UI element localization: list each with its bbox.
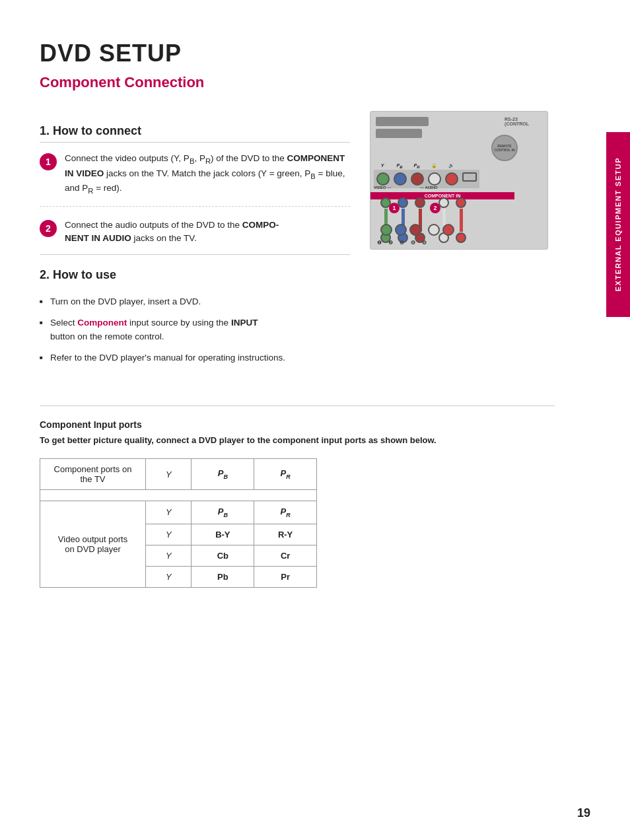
- left-content: 1. How to connect 1 Connect the video ou…: [40, 111, 350, 372]
- bullet-item-3: Refer to the DVD player's manual for ope…: [40, 351, 350, 365]
- tv-port-red: [445, 172, 458, 186]
- step-2-text: Connect the audio outputs of the DVD to …: [65, 219, 279, 246]
- cable-audio-white: [438, 197, 449, 243]
- component-input-desc: To get better picture quality, connect a…: [40, 435, 555, 445]
- table-row3-y: Y: [146, 545, 192, 566]
- bullet-item-2: Select Component input source by using t…: [40, 316, 350, 343]
- table-row4-y: Y: [146, 566, 192, 587]
- dvd-port-pr: [409, 224, 421, 236]
- cable-y-head: [380, 197, 391, 208]
- component-table: Component ports on the TV Y PB PR Video …: [40, 458, 317, 588]
- table-row2-pr: R-Y: [254, 524, 317, 545]
- table-header-pr: PR: [254, 459, 317, 490]
- cable-audio-red-head: [456, 197, 466, 208]
- bullet-list: Turn on the DVD player, insert a DVD. Se…: [40, 295, 350, 365]
- table-row2-pb: B-Y: [192, 524, 254, 545]
- side-tab-label: EXTERNAL EQUIPMENT SETUP: [613, 157, 623, 291]
- tv-port-labels-row: Y PB PR 🔒 🔊: [376, 163, 458, 169]
- tv-port-svideo: [462, 172, 477, 182]
- tv-remote-text: REMOTECONTROL IN: [494, 144, 514, 152]
- table-header-row: Component ports on the TV Y PB PR: [40, 459, 317, 490]
- table-spacer: [40, 490, 317, 501]
- table-row1-pb: PB: [192, 501, 254, 524]
- cable-pb: [398, 197, 408, 243]
- cable-audio-red-end: [456, 232, 466, 243]
- cable-audio-red-body: [460, 209, 463, 232]
- page-title: DVD SETUP: [40, 40, 555, 67]
- subsection-how-to-connect: 1. How to connect: [40, 124, 350, 143]
- table-dvd-label: Video output portson DVD player: [40, 501, 146, 588]
- table-row-1: Video output portson DVD player Y PB PR: [40, 501, 317, 524]
- table-row3-pb: Cb: [192, 545, 254, 566]
- highlight-component: Component: [77, 318, 127, 328]
- dvd-port-red: [442, 224, 454, 236]
- cable-pb-head: [398, 197, 408, 208]
- tv-remote-circle: REMOTECONTROL IN: [491, 135, 518, 161]
- tv-slot-1: [376, 117, 429, 126]
- port-label-lock: 🔒: [427, 163, 440, 169]
- table-header-y: Y: [146, 459, 192, 490]
- tv-port-y: [376, 172, 390, 186]
- rs232-label: RS-23(CONTROL: [505, 117, 529, 126]
- step-1-text: Connect the video outputs (Y, PB, PR) of…: [65, 152, 350, 197]
- bullet-item-1: Turn on the DVD player, insert a DVD.: [40, 295, 350, 308]
- step-2-item: 2 Connect the audio outputs of the DVD t…: [40, 219, 350, 256]
- tv-audio-label: — AUDIO: [420, 186, 438, 190]
- port-label-pb: PB: [393, 163, 406, 169]
- step-1-number: 1: [40, 153, 57, 170]
- cable-audio-white-head: [438, 197, 449, 208]
- tv-slot-2: [376, 129, 422, 138]
- table-row1-pr: PR: [254, 501, 317, 524]
- cable-pr-head: [415, 197, 425, 208]
- port-label-audio: 🔊: [444, 163, 458, 169]
- step-1-item: 1 Connect the video outputs (Y, PB, PR) …: [40, 152, 350, 207]
- dvd-ports-section: [380, 224, 454, 236]
- tv-port-pb: [394, 172, 407, 186]
- dvd-port-y: [380, 224, 392, 236]
- dvd-port-white: [428, 224, 440, 236]
- component-input-section: Component Input ports To get better pict…: [40, 405, 555, 588]
- dvd-num-2: ❷: [388, 240, 393, 246]
- table-row2-y: Y: [146, 524, 192, 545]
- tv-cables-section: [380, 197, 466, 243]
- table-header-pb: PB: [192, 459, 254, 490]
- dvd-port-pb: [395, 224, 407, 236]
- port-label-pr: PR: [410, 163, 423, 169]
- right-content: RS-23(CONTROL REMOTECONTROL IN Y PB PR 🔒…: [370, 111, 555, 372]
- tv-top-slots: [376, 117, 429, 138]
- table-spacer-cell: [40, 490, 317, 501]
- cable-audio-red: [456, 197, 466, 243]
- table-row4-pb: Pb: [192, 566, 254, 587]
- cable-y: [380, 197, 391, 243]
- page-number: 19: [577, 806, 590, 820]
- dvd-num-5: ❾: [422, 240, 427, 246]
- dvd-number-row: ❶ ❷ ❷ ❻ ❾: [377, 240, 427, 246]
- table-row3-pr: Cr: [254, 545, 317, 566]
- dvd-num-1: ❶: [377, 240, 382, 246]
- dvd-num-3: ❷: [400, 240, 404, 246]
- dvd-num-4: ❻: [411, 240, 415, 246]
- section-title: Component Connection: [40, 74, 555, 91]
- tv-port-pr: [411, 172, 424, 186]
- table-header-label: Component ports on the TV: [40, 459, 146, 490]
- table-row4-pr: Pr: [254, 566, 317, 587]
- table-row1-y: Y: [146, 501, 192, 524]
- tv-port-white: [428, 172, 441, 186]
- subsection-how-to-use: 2. How to use: [40, 268, 350, 286]
- tv-video-label: VIDEO —: [374, 186, 391, 190]
- port-label-y: Y: [376, 163, 389, 169]
- step-2-number: 2: [40, 220, 57, 237]
- cable-pr: [415, 197, 425, 243]
- component-input-title: Component Input ports: [40, 419, 555, 430]
- tv-illustration: RS-23(CONTROL REMOTECONTROL IN Y PB PR 🔒…: [370, 111, 548, 250]
- side-tab: EXTERNAL EQUIPMENT SETUP: [606, 132, 630, 317]
